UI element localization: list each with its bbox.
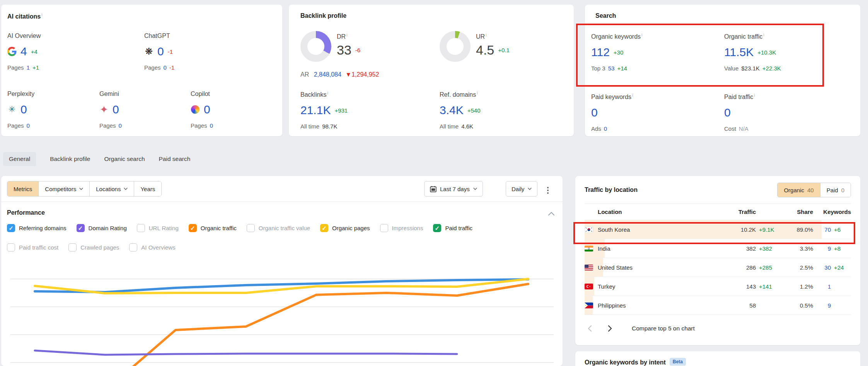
top3-row: Top 3 53 +14	[591, 65, 719, 72]
paid-traffic-label: Paid traffici	[724, 93, 852, 101]
legend-checkbox-impressions[interactable]: Impressions	[380, 224, 423, 232]
gemini-label: Gemini	[99, 91, 184, 97]
location-row-turkey[interactable]: Turkey 143 +141 1.2% 1	[585, 277, 851, 296]
legend-checkbox-paid-traffic-cost[interactable]: Paid traffic cost	[7, 243, 58, 251]
location-row-india[interactable]: India 382 +382 3.3% 9 +8	[585, 239, 851, 258]
locations-dropdown[interactable]: Locations	[90, 181, 134, 196]
collapse-chevron-up-icon[interactable]	[548, 212, 554, 215]
tab-organic-search[interactable]: Organic search	[104, 152, 145, 166]
perplexity-value[interactable]: 0	[20, 103, 27, 116]
paid-keywords-value[interactable]: 0	[591, 106, 598, 119]
info-icon[interactable]: i	[763, 32, 764, 37]
keywords-link[interactable]: 1	[813, 283, 831, 290]
checkbox-icon	[189, 224, 197, 232]
compare-top5-link[interactable]: Compare top 5 on chart	[632, 325, 695, 332]
perplexity-logo-icon: ✳	[7, 105, 17, 114]
organic-intent-card: Organic keywords by intentBeta	[575, 351, 860, 366]
info-icon[interactable]: i	[477, 91, 477, 95]
chevron-down-icon	[124, 188, 128, 190]
location-row-south-korea[interactable]: South Korea 10.2K +9.1K 89.0% 70 +6	[585, 220, 851, 239]
checkbox-icon	[129, 243, 137, 251]
copilot-label: Copilot	[191, 91, 276, 97]
calendar-icon	[430, 186, 437, 192]
ref-domains-delta: +540	[467, 107, 481, 114]
organic-traffic-label: Organic traffici	[724, 32, 852, 40]
copilot-value[interactable]: 0	[204, 103, 210, 116]
ai-overview-label: AI Overview	[7, 32, 135, 39]
tab-general[interactable]: General	[3, 152, 36, 166]
organic-traffic-delta: +10.3K	[757, 49, 776, 56]
legend-checkbox-organic-pages[interactable]: Organic pages	[320, 224, 370, 232]
legend-row-1: Referring domains Domain Rating URL Rati…	[7, 224, 472, 232]
backlinks-value[interactable]: 21.1K	[300, 104, 331, 117]
dr-value: 33	[337, 43, 351, 58]
legend-checkbox-url-rating[interactable]: URL Rating	[137, 224, 179, 232]
checkbox-icon	[68, 243, 77, 251]
metrics-button[interactable]: Metrics	[7, 181, 39, 196]
backlink-profile-title: Backlink profile	[300, 12, 562, 19]
organic-keywords-value[interactable]: 112	[591, 46, 610, 59]
backlinks-alltime: All time 98.7K	[300, 123, 428, 130]
ar-value[interactable]: 2,848,084	[314, 71, 341, 78]
info-icon[interactable]: i	[41, 12, 42, 17]
years-button[interactable]: Years	[134, 181, 161, 196]
tab-backlink-profile[interactable]: Backlink profile	[50, 152, 90, 166]
tab-paid-search[interactable]: Paid search	[159, 152, 191, 166]
performance-card: Metrics Competitors Locations Years Last…	[1, 176, 563, 366]
competitors-dropdown[interactable]: Competitors	[39, 181, 90, 196]
toggle-organic[interactable]: Organic40	[778, 183, 820, 197]
ai-overview-delta: +4	[31, 48, 38, 55]
paid-traffic-value[interactable]: 0	[724, 106, 731, 119]
legend-checkbox-ai-overviews[interactable]: AI Overviews	[129, 243, 175, 251]
ads-row: Ads 0	[591, 125, 719, 132]
legend-checkbox-domain-rating[interactable]: Domain Rating	[77, 224, 127, 232]
gemini-logo-icon: ✦	[99, 105, 109, 114]
gemini-value[interactable]: 0	[113, 103, 119, 116]
ur-metric: URi 4.5 +0.1	[440, 31, 510, 62]
location-row-philippines[interactable]: Philippines 58 0.5% 9	[585, 296, 851, 315]
chatgpt-value[interactable]: 0	[157, 45, 164, 58]
legend-checkbox-referring-domains[interactable]: Referring domains	[7, 224, 67, 232]
info-icon[interactable]: i	[632, 93, 633, 97]
info-icon[interactable]: i	[641, 32, 642, 37]
ref-domains-label: Ref. domainsi	[440, 91, 567, 98]
granularity-dropdown[interactable]: Daily	[506, 181, 537, 197]
info-icon[interactable]: i	[754, 93, 755, 97]
legend-checkbox-crawled-pages[interactable]: Crawled pages	[68, 243, 119, 251]
ref-domains-value[interactable]: 3.4K	[440, 104, 464, 117]
keywords-link[interactable]: 9	[813, 245, 831, 252]
organic-traffic-metric: Organic traffici 11.5K +10.3K Value $23.…	[724, 32, 852, 72]
keywords-link[interactable]: 30	[813, 264, 831, 271]
legend-label: URL Rating	[149, 225, 179, 231]
organic-traffic-value[interactable]: 11.5K	[724, 46, 754, 59]
keywords-link[interactable]: 70	[813, 226, 831, 233]
ar-delta: ▼1,294,952	[345, 71, 379, 78]
location-row-united-states[interactable]: United States 286 +285 2.5% 30 +24	[585, 258, 851, 277]
info-icon[interactable]: i	[486, 32, 486, 37]
next-page-icon[interactable]	[605, 323, 615, 334]
dr-label: DRi	[337, 32, 360, 40]
legend-label: Organic pages	[332, 225, 370, 231]
info-icon[interactable]: i	[346, 32, 347, 37]
prev-page-icon[interactable]	[585, 323, 595, 334]
performance-line-chart[interactable]	[1, 251, 563, 366]
ai-overview-value[interactable]: 4	[20, 45, 27, 58]
legend-checkbox-organic-traffic[interactable]: Organic traffic	[189, 224, 237, 232]
backlinks-label: Backlinksi	[300, 91, 428, 98]
chatgpt-label: ChatGPT	[144, 32, 272, 39]
kebab-menu-icon[interactable]	[544, 184, 552, 197]
chatgpt-pages: Pages 0 -1	[144, 64, 272, 71]
checkbox-icon	[247, 224, 255, 232]
metrics-toolbar: Metrics Competitors Locations Years	[7, 181, 162, 197]
date-range-dropdown[interactable]: Last 7 days	[424, 181, 483, 197]
ai-overview-metric: AI Overview 4 +4 Pages 1 +1	[7, 32, 135, 71]
chevron-down-icon	[473, 188, 477, 190]
legend-checkbox-paid-traffic[interactable]: Paid traffic	[433, 224, 472, 232]
keywords-link[interactable]: 9	[813, 302, 831, 309]
toggle-paid[interactable]: Paid0	[820, 183, 851, 197]
perplexity-pages: Pages 0	[7, 122, 92, 129]
paid-keywords-label: Paid keywordsi	[591, 93, 719, 101]
legend-checkbox-organic-traffic-value[interactable]: Organic traffic value	[247, 224, 310, 232]
info-icon[interactable]: i	[327, 91, 328, 95]
paid-keywords-metric: Paid keywordsi 0 Ads 0	[591, 93, 719, 132]
